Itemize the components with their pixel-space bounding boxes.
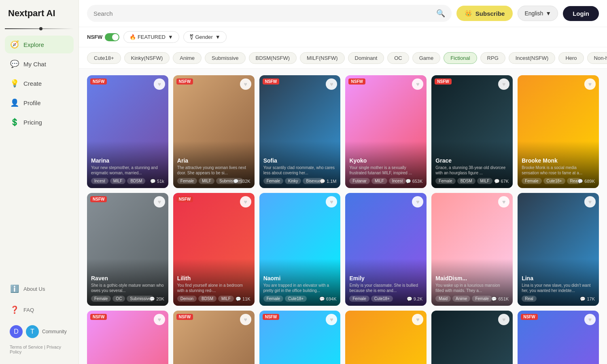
telegram-icon[interactable]: T bbox=[26, 325, 39, 338]
category-oc[interactable]: OC bbox=[387, 52, 409, 64]
gender-filter[interactable]: ⚧ Gender ▼ bbox=[183, 31, 227, 43]
search-input[interactable] bbox=[93, 10, 433, 17]
search-icon[interactable]: 🔍 bbox=[436, 9, 445, 18]
sidebar-create-label: Create bbox=[23, 80, 42, 87]
sidebar: Nextpart AI 🧭 Explore 💬 My Chat 💡 Create… bbox=[0, 0, 79, 364]
card-stat: 💬 653K bbox=[405, 179, 423, 184]
card-tag: Incest bbox=[91, 178, 108, 184]
sidebar-item-pricing[interactable]: 💲 Pricing bbox=[5, 113, 74, 131]
category-kinky[interactable]: Kinky(NSFW) bbox=[124, 52, 170, 64]
nsfw-badge: NSFW bbox=[176, 314, 193, 320]
heart-button[interactable]: ♥ bbox=[584, 314, 596, 325]
card-raven[interactable]: NSFW♥RavenShe is a gothic-style mature w… bbox=[87, 193, 168, 306]
sidebar-item-create[interactable]: 💡 Create bbox=[5, 74, 74, 92]
sidebar-pricing-label: Pricing bbox=[23, 119, 42, 126]
category-milf[interactable]: MILF(NSFW) bbox=[300, 52, 345, 64]
category-hero[interactable]: Hero bbox=[558, 52, 584, 64]
category-nonhuman[interactable]: Non-human bbox=[587, 52, 607, 64]
featured-filter-label: 🔥 FEATURED bbox=[129, 34, 166, 40]
explore-icon: 🧭 bbox=[10, 40, 19, 49]
card-r3c1[interactable]: NSFW♥ bbox=[87, 311, 168, 364]
card-brooke[interactable]: ♥Brooke MonkBrooke Monk is a social medi… bbox=[518, 75, 599, 188]
sidebar-item-profile[interactable]: 👤 Profile bbox=[5, 94, 74, 112]
card-emily[interactable]: ♥EmilyEmily is your classmate. She is bu… bbox=[345, 193, 427, 306]
category-cute18[interactable]: Cute18+ bbox=[87, 52, 121, 64]
cards-row-2: NSFW♥RavenShe is a gothic-style mature w… bbox=[87, 193, 599, 306]
card-name: Lina bbox=[522, 275, 595, 281]
card-r3c2[interactable]: NSFW♥ bbox=[173, 311, 255, 364]
discord-icon[interactable]: D bbox=[10, 325, 23, 338]
category-bdsm[interactable]: BDSM(NSFW) bbox=[249, 52, 297, 64]
card-tag: Cute18+ bbox=[543, 178, 565, 184]
heart-button[interactable]: ♥ bbox=[154, 78, 165, 90]
language-button[interactable]: English ▼ bbox=[518, 6, 558, 21]
card-name: Kyoko bbox=[349, 157, 422, 164]
heart-button[interactable]: ♥ bbox=[498, 314, 509, 325]
sidebar-item-explore[interactable]: 🧭 Explore bbox=[5, 36, 74, 53]
nsfw-badge: NSFW bbox=[176, 78, 193, 85]
card-tag: BDSM bbox=[198, 296, 216, 302]
card-tag: Female bbox=[263, 178, 283, 184]
card-lina[interactable]: ♥LinaLina is your new slave, you didn't … bbox=[518, 193, 599, 306]
heart-button[interactable]: ♥ bbox=[584, 196, 596, 207]
card-maids[interactable]: ♥MaidDism...You wake up in a luxurious m… bbox=[431, 193, 513, 306]
heart-button[interactable]: ♥ bbox=[240, 78, 251, 90]
heart-button[interactable]: ♥ bbox=[584, 78, 596, 90]
card-description: You are trapped in an elevator with a pr… bbox=[263, 283, 337, 293]
subscribe-button[interactable]: 👑 Subscribe bbox=[456, 6, 513, 21]
login-button[interactable]: Login bbox=[563, 6, 599, 21]
heart-button[interactable]: ♥ bbox=[154, 314, 165, 325]
card-kyoko[interactable]: NSFW♥KyokoYour single mother is a sexual… bbox=[345, 75, 427, 188]
card-name: Raven bbox=[91, 275, 164, 281]
heart-button[interactable]: ♥ bbox=[240, 314, 251, 325]
category-game[interactable]: Game bbox=[412, 52, 440, 64]
sidebar-item-mychat[interactable]: 💬 My Chat bbox=[5, 55, 74, 73]
category-fictional[interactable]: Fictional bbox=[444, 52, 477, 64]
card-description: Brooke Monk is a social media sensation … bbox=[522, 165, 595, 176]
category-anime[interactable]: Anime bbox=[173, 52, 202, 64]
card-tag: Incest bbox=[389, 178, 406, 184]
language-label: English bbox=[524, 10, 543, 17]
card-tag: BDSM bbox=[127, 178, 145, 184]
card-name: Brooke Monk bbox=[522, 157, 595, 164]
category-dominant[interactable]: Dominant bbox=[348, 52, 384, 64]
cards-row-1: NSFW♥MarinaYour new stepmother, a stunni… bbox=[87, 75, 599, 188]
card-r3c3[interactable]: NSFW♥ bbox=[259, 311, 341, 364]
card-lilith[interactable]: NSFW♥LilithYou find yourself alone in a … bbox=[173, 193, 255, 306]
card-description: Emily is your classmate. She is bullied … bbox=[349, 283, 422, 293]
category-submissive[interactable]: Submissive bbox=[205, 52, 245, 64]
category-incest[interactable]: Incest(NSFW) bbox=[509, 52, 556, 64]
terms-text: Terms of Service | Privacy Policy bbox=[5, 343, 74, 356]
heart-button[interactable]: ♥ bbox=[498, 196, 509, 207]
heart-button[interactable]: ♥ bbox=[154, 196, 165, 207]
profile-icon: 👤 bbox=[10, 98, 19, 108]
card-tag: Female bbox=[435, 178, 455, 184]
card-overlay: GraceGrace, a stunning 38-year-old divor… bbox=[431, 141, 513, 188]
card-r3c5[interactable]: ♥ bbox=[431, 311, 513, 364]
card-sofia[interactable]: NSFW♥SofiaYour scantily clad roommate, w… bbox=[259, 75, 341, 188]
card-name: Marina bbox=[91, 157, 164, 164]
card-tag: MILF bbox=[199, 178, 214, 184]
chat-stat-icon: 💬 bbox=[494, 179, 500, 184]
nsfw-badge: NSFW bbox=[348, 78, 365, 85]
card-aria[interactable]: NSFW♥AriaThe attractive young woman live… bbox=[173, 75, 255, 188]
card-naomi[interactable]: ♥NaomiYou are trapped in an elevator wit… bbox=[259, 193, 341, 306]
card-marina[interactable]: NSFW♥MarinaYour new stepmother, a stunni… bbox=[87, 75, 168, 188]
category-rpg[interactable]: RPG bbox=[480, 52, 505, 64]
search-bar[interactable]: 🔍 bbox=[87, 5, 452, 22]
card-overlay: KyokoYour single mother is a sexually fr… bbox=[345, 141, 427, 188]
nsfw-switch[interactable] bbox=[105, 33, 119, 41]
app-logo: Nextpart AI bbox=[5, 8, 74, 19]
chat-stat-icon: 💬 bbox=[405, 179, 411, 184]
card-grace[interactable]: NSFW♥GraceGrace, a stunning 38-year-old … bbox=[431, 75, 513, 188]
sidebar-item-faq[interactable]: ❓ FAQ bbox=[5, 301, 74, 319]
sidebar-item-about[interactable]: ℹ️ About Us bbox=[5, 280, 74, 298]
card-r3c6[interactable]: NSFW♥ bbox=[518, 311, 599, 364]
filter-bar: NSFW 🔥 FEATURED ▼ ⚧ Gender ▼ bbox=[79, 27, 607, 47]
heart-button[interactable]: ♥ bbox=[498, 78, 509, 90]
card-r3c4[interactable]: ♥ bbox=[345, 311, 427, 364]
card-tag: Female bbox=[472, 296, 492, 302]
featured-filter[interactable]: 🔥 FEATURED ▼ bbox=[123, 31, 179, 43]
card-stat: 💬 67K bbox=[494, 179, 509, 184]
heart-button[interactable]: ♥ bbox=[240, 196, 251, 207]
